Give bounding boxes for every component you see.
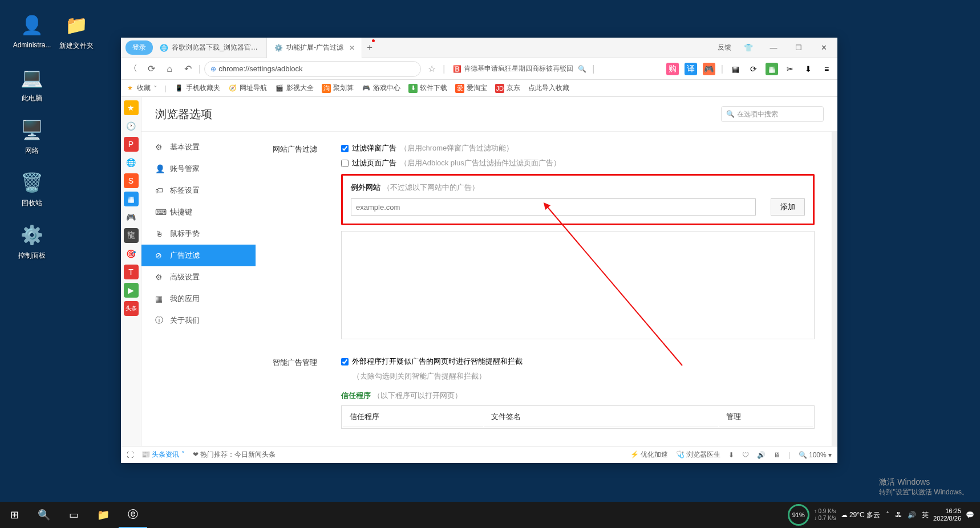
cpu-meter[interactable]: 91% [788, 504, 809, 526]
feedback-link[interactable]: 反馈 [718, 43, 731, 52]
side-dragon-icon[interactable]: 龍 [124, 228, 139, 243]
bookmark-star-icon[interactable]: ☆ [428, 63, 436, 74]
shop-icon[interactable]: 购 [666, 63, 679, 75]
checkbox-input[interactable] [341, 145, 349, 152]
translate-icon[interactable]: 译 [685, 63, 697, 75]
nav-basic[interactable]: ⚙基本设置 [141, 136, 256, 158]
side-iqiyi-icon[interactable]: ▶ [124, 283, 139, 298]
bookmark-software[interactable]: ⬇软件下载 [408, 83, 447, 93]
checkbox-input[interactable] [341, 358, 349, 365]
download-icon[interactable]: ⬇ [802, 63, 815, 75]
home-button[interactable]: ⌂ [162, 62, 177, 76]
exception-site-list[interactable] [341, 231, 815, 339]
news-link[interactable]: 📰 头条资讯 ˅ [141, 450, 185, 460]
desktop-icon-pc[interactable]: 💻此电脑 [10, 64, 54, 103]
nav-advanced[interactable]: ⚙高级设置 [141, 266, 256, 288]
side-game2-icon[interactable]: 🎯 [124, 246, 139, 261]
clock[interactable]: 16:25 2022/8/26 [933, 507, 961, 522]
status-download-icon[interactable]: ⬇ [728, 451, 734, 459]
close-button[interactable]: ✕ [812, 39, 835, 56]
exception-url-input[interactable] [351, 198, 756, 216]
doctor-link[interactable]: 🩺 浏览器医生 [676, 450, 720, 460]
nav-apps[interactable]: ▦我的应用 [141, 288, 256, 310]
tab-adblock-settings[interactable]: ⚙️ 功能扩展-广告过滤 ✕ [267, 38, 362, 58]
new-tab-button[interactable]: ＋ [362, 40, 377, 55]
bookmark-mobile[interactable]: 📱手机收藏夹 [175, 83, 220, 93]
zoom-label[interactable]: 🔍 100% ▾ [799, 451, 832, 459]
status-sound-icon[interactable]: 🔊 [757, 451, 766, 459]
start-button[interactable]: ⊞ [0, 502, 29, 528]
tab-google-chrome[interactable]: 🌐 谷歌浏览器下载_浏览器官网入 [153, 38, 267, 58]
nav-account[interactable]: 👤账号管家 [141, 158, 256, 180]
bookmark-import[interactable]: 点此导入收藏 [528, 83, 569, 93]
bookmark-video[interactable]: 🎬影视大全 [275, 83, 314, 93]
optimize-link[interactable]: ⚡ 优化加速 [630, 450, 668, 460]
side-t-icon[interactable]: T [124, 265, 139, 279]
desktop-icon-admin[interactable]: 👤Administra... [10, 11, 54, 49]
checkbox-input[interactable] [341, 160, 349, 167]
bookmark-deals[interactable]: 淘聚划算 [322, 83, 354, 93]
url-field[interactable]: ⊕ chrome://settings/adblock [204, 61, 421, 77]
side-sogou-icon[interactable]: S [124, 173, 139, 188]
nav-about[interactable]: ⓘ关于我们 [141, 310, 256, 331]
fullscreen-icon[interactable]: ⛶ [127, 451, 133, 459]
maximize-button[interactable]: ☐ [787, 39, 810, 56]
app-icon[interactable]: ▦ [766, 63, 778, 75]
game-icon[interactable]: 🎮 [703, 63, 715, 75]
favorites-button[interactable]: ★收藏˅ [125, 83, 157, 93]
checkbox-popup-filter[interactable]: 过滤弹窗广告 （启用chrome弹窗广告过滤功能） [341, 143, 815, 153]
side-chrome-icon[interactable]: 🌐 [124, 155, 139, 170]
status-mute-icon[interactable]: 🛡 [742, 451, 749, 459]
bookmark-taobao[interactable]: 爱爱淘宝 [455, 83, 487, 93]
side-game1-icon[interactable]: 🎮 [124, 210, 139, 225]
desktop-icon-network[interactable]: 🖥️网络 [10, 116, 54, 156]
grid-icon[interactable]: ▦ [729, 63, 742, 75]
search-icon[interactable]: 🔍 [578, 65, 586, 73]
settings-search-input[interactable]: 🔍在选项中搜索 [721, 106, 824, 122]
network-speed: ↑ 0.9 K/s ↓ 0.7 K/s [814, 508, 836, 522]
add-exception-button[interactable]: 添加 [771, 198, 805, 216]
bookmark-nav[interactable]: 🧭网址导航 [228, 83, 267, 93]
tray-volume-icon[interactable]: 🔊 [908, 511, 916, 519]
exception-title: 例外网站 （不过滤以下网站中的广告） [351, 182, 805, 193]
notification-icon[interactable]: 💬 [966, 511, 974, 519]
desktop-icon-recycle[interactable]: 🗑️回收站 [10, 169, 54, 208]
side-clock-icon[interactable]: 🕐 [124, 119, 139, 133]
minimize-button[interactable]: — [762, 39, 785, 56]
bookmark-jd[interactable]: JD京东 [495, 83, 520, 93]
nav-shortcuts[interactable]: ⌨快捷键 [141, 201, 256, 223]
nav-adblock[interactable]: ⊘广告过滤 [141, 245, 256, 266]
hot-link[interactable]: ❤ 热门推荐：今日新闻头条 [193, 450, 276, 460]
tray-chevron-icon[interactable]: ˄ [886, 511, 889, 519]
desktop-icon-folder[interactable]: 📁新建文件夹 [55, 11, 98, 51]
bookmark-games[interactable]: 🎮游戏中心 [362, 83, 400, 93]
search-button[interactable]: 🔍 [30, 502, 58, 528]
login-button[interactable]: 登录 [125, 40, 153, 55]
taskview-button[interactable]: ▭ [59, 502, 88, 528]
tray-ime[interactable]: 英 [922, 510, 929, 520]
side-app1-icon[interactable]: ▦ [124, 192, 139, 206]
scissors-icon[interactable]: ✂ [784, 63, 796, 75]
scrollbar[interactable] [832, 132, 837, 446]
search-box[interactable]: 🅱️ 肯德基申请疯狂星期四商标被再驳回 🔍 [453, 64, 586, 74]
refresh-icon[interactable]: ⟳ [747, 63, 760, 75]
side-toutiao-icon[interactable]: 头条 [124, 301, 139, 316]
nav-tabs[interactable]: 🏷标签设置 [141, 180, 256, 201]
skin-icon[interactable]: 👕 [737, 39, 760, 56]
weather-tray[interactable]: ☁ 29°C 多云 [841, 510, 881, 520]
reload-button[interactable]: ⟳ [144, 62, 159, 76]
explorer-button[interactable]: 📁 [89, 502, 118, 528]
side-pdf-icon[interactable]: P [124, 137, 139, 152]
undo-button[interactable]: ↶ [180, 62, 195, 76]
nav-gestures[interactable]: 🖱鼠标手势 [141, 223, 256, 245]
browser-taskbar-button[interactable]: ⓔ [119, 502, 147, 528]
status-screen-icon[interactable]: 🖥 [774, 451, 780, 459]
tray-network-icon[interactable]: 🖧 [895, 511, 902, 519]
back-button[interactable]: 〈 [125, 62, 140, 76]
desktop-icon-control[interactable]: ⚙️控制面板 [10, 221, 54, 261]
checkbox-smart-block[interactable]: 外部程序打开疑似广告的网页时进行智能提醒和拦截 [341, 356, 815, 367]
side-star-icon[interactable]: ★ [124, 100, 139, 115]
checkbox-page-filter[interactable]: 过滤页面广告 （启用Adblock plus广告过滤插件过滤页面广告） [341, 158, 815, 168]
menu-icon[interactable]: ≡ [820, 63, 833, 75]
close-tab-icon[interactable]: ✕ [349, 44, 355, 52]
